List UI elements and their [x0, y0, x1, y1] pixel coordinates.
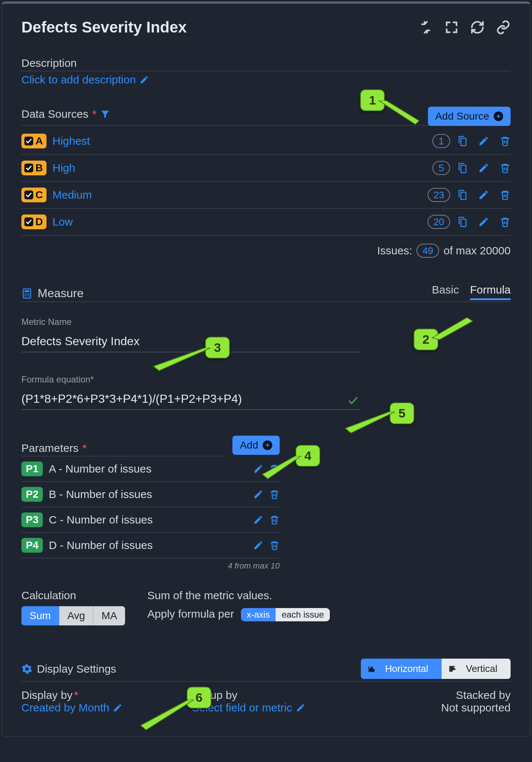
formula-input[interactable]	[21, 390, 361, 410]
issues-summary: Issues: 49 of max 20000	[21, 236, 511, 258]
link-icon[interactable]	[496, 20, 511, 35]
calculation-section: Calculation Sum Avg MA Sum of the metric…	[21, 589, 511, 625]
source-name-link[interactable]: Low	[52, 216, 73, 228]
add-parameter-button[interactable]: Add +	[232, 436, 280, 455]
svg-marker-18	[345, 412, 395, 433]
refresh-icon[interactable]	[470, 20, 485, 35]
parameter-row: P3 C - Number of issues	[21, 507, 280, 533]
filter-icon[interactable]	[100, 109, 110, 119]
data-source-row: A Highest 1	[21, 128, 511, 155]
formula-field: Formula equation*	[21, 374, 361, 410]
parameter-badge: P4	[21, 538, 43, 553]
source-name-link[interactable]: High	[52, 162, 75, 174]
parameter-name: B - Number of issues	[49, 488, 247, 501]
trash-icon[interactable]	[500, 162, 511, 174]
svg-point-7	[28, 295, 29, 296]
metric-name-input[interactable]	[21, 332, 361, 352]
measure-tabs: Basic Formula	[432, 284, 511, 300]
svg-marker-15	[432, 318, 473, 340]
source-name-link[interactable]: Highest	[52, 135, 90, 147]
pencil-icon[interactable]	[253, 464, 263, 474]
calc-segmented: Sum Avg MA	[21, 606, 125, 625]
svg-rect-10	[373, 669, 374, 671]
checkbox-checked-icon	[24, 137, 33, 145]
add-description-link[interactable]: Click to add description	[21, 73, 149, 86]
plus-icon: +	[263, 440, 272, 450]
issues-total: 49	[417, 244, 439, 258]
parameters-header: Parameters* Add +	[21, 436, 280, 456]
tab-basic[interactable]: Basic	[432, 284, 459, 300]
source-letter-badge[interactable]: A	[21, 134, 46, 148]
source-name-link[interactable]: Medium	[52, 189, 92, 201]
data-source-list: A Highest 1 B High 5	[21, 128, 511, 236]
calc-sum-button[interactable]: Sum	[21, 606, 59, 625]
parameter-name: A - Number of issues	[49, 463, 247, 475]
stacked-by-col: Stacked by Not supported	[362, 689, 511, 714]
trash-icon[interactable]	[269, 540, 280, 550]
copy-icon[interactable]	[457, 162, 468, 174]
plus-icon: +	[494, 111, 503, 121]
fullscreen-icon[interactable]	[444, 20, 459, 35]
source-letter-badge[interactable]: B	[21, 161, 46, 175]
orientation-toggle[interactable]: Horizontal Vertical	[361, 659, 511, 679]
checkbox-checked-icon	[24, 164, 33, 172]
collapse-icon[interactable]	[418, 20, 433, 35]
copy-icon[interactable]	[457, 135, 468, 147]
display-columns: Display by* Created by Month Group by Se…	[21, 689, 511, 714]
panel-header: Defects Severity Index	[21, 18, 511, 36]
pencil-icon[interactable]	[478, 135, 489, 147]
trash-icon[interactable]	[500, 189, 511, 200]
parameter-row: P1 A - Number of issues	[21, 456, 280, 482]
checkbox-checked-icon	[24, 190, 33, 199]
trash-icon[interactable]	[269, 515, 280, 525]
pencil-icon[interactable]	[478, 216, 489, 227]
vertical-bars-icon	[448, 665, 456, 673]
calculator-icon	[21, 288, 32, 299]
parameter-row: P4 D - Number of issues	[21, 533, 280, 558]
calc-avg-button[interactable]: Avg	[59, 606, 93, 625]
source-letter-badge[interactable]: C	[21, 188, 46, 202]
display-by-value[interactable]: Created by Month	[21, 701, 122, 714]
copy-icon[interactable]	[457, 216, 468, 227]
trash-icon[interactable]	[269, 489, 280, 500]
trash-icon[interactable]	[500, 135, 511, 147]
group-by-value[interactable]: Select field or metric	[192, 701, 305, 714]
svg-rect-8	[370, 668, 371, 671]
parameter-badge: P1	[21, 461, 43, 476]
measure-header: Measure Basic Formula	[21, 284, 511, 302]
copy-icon[interactable]	[457, 189, 468, 200]
callout-5: 5	[390, 402, 414, 424]
svg-rect-9	[372, 667, 373, 671]
pencil-icon[interactable]	[253, 540, 263, 550]
svg-point-4	[28, 293, 29, 294]
pencil-icon[interactable]	[478, 189, 489, 200]
description-section-label: Description	[21, 57, 511, 71]
horizontal-bars-icon	[367, 665, 376, 673]
pencil-icon	[296, 703, 305, 713]
trash-icon[interactable]	[500, 216, 511, 227]
apply-formula-toggle[interactable]: x-axis each issue	[241, 608, 330, 621]
svg-point-6	[26, 295, 27, 296]
svg-point-3	[26, 293, 27, 294]
source-letter-badge[interactable]: D	[21, 214, 46, 229]
data-source-row: C Medium 23	[21, 182, 511, 209]
display-settings-header: Display Settings Horizontal Vertical	[21, 659, 511, 682]
pencil-icon[interactable]	[478, 162, 489, 174]
callout-2: 2	[414, 329, 438, 350]
svg-rect-13	[450, 670, 452, 671]
svg-point-2	[24, 293, 25, 294]
parameter-badge: P2	[21, 487, 43, 502]
svg-rect-11	[450, 667, 453, 668]
pencil-icon[interactable]	[253, 489, 263, 500]
parameter-name: C - Number of issues	[49, 514, 247, 526]
parameter-badge: P3	[21, 512, 43, 527]
calc-ma-button[interactable]: MA	[93, 606, 125, 625]
svg-rect-1	[25, 290, 30, 292]
add-source-button[interactable]: Add Source +	[428, 107, 511, 126]
source-count: 5	[432, 161, 450, 175]
pencil-icon	[113, 703, 122, 713]
trash-icon[interactable]	[269, 464, 280, 474]
tab-formula[interactable]: Formula	[470, 284, 511, 300]
pencil-icon[interactable]	[253, 515, 263, 525]
checkbox-checked-icon	[24, 217, 33, 226]
